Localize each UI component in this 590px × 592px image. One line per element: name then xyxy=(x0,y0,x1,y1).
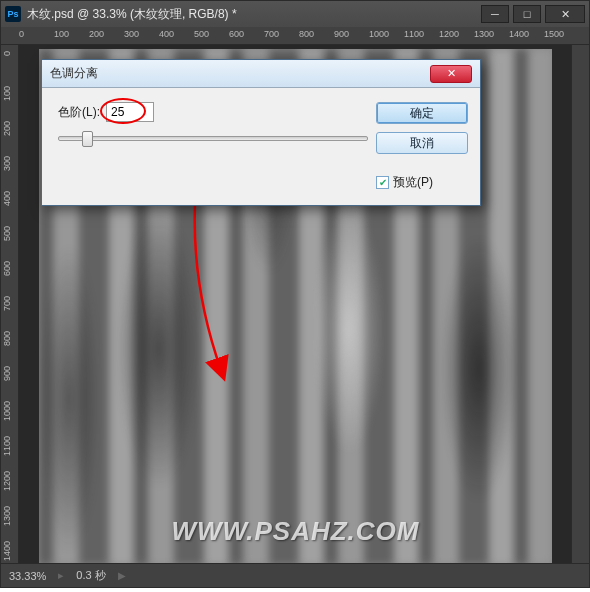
document-title: 木纹.psd @ 33.3% (木纹纹理, RGB/8) * xyxy=(27,6,237,23)
close-window-button[interactable]: ✕ xyxy=(545,5,585,23)
ruler-v-tick: 700 xyxy=(2,296,12,311)
dialog-right-pane: 确定 取消 ✔ 预览(P) xyxy=(376,102,468,191)
levels-slider[interactable] xyxy=(58,130,368,148)
ruler-h-tick: 600 xyxy=(229,29,244,39)
ruler-v-tick: 1200 xyxy=(2,471,12,491)
ruler-h-tick: 200 xyxy=(89,29,104,39)
dialog-left-pane: 色阶(L): xyxy=(58,102,368,191)
status-time: 0.3 秒 xyxy=(76,568,105,583)
ruler-vertical: 0100200300400500600700800900100011001200… xyxy=(1,45,19,565)
minimize-button[interactable]: ─ xyxy=(481,5,509,23)
posterize-dialog: 色调分离 ✕ 色阶(L): 确定 取消 ✔ 预览(P) xyxy=(41,59,481,206)
ruler-v-tick: 1000 xyxy=(2,401,12,421)
ruler-h-tick: 1200 xyxy=(439,29,459,39)
ruler-h-tick: 100 xyxy=(54,29,69,39)
statusbar-separator: ▸ xyxy=(58,569,64,582)
dialog-body: 色阶(L): 确定 取消 ✔ 预览(P) xyxy=(42,88,480,205)
levels-label: 色阶(L): xyxy=(58,104,100,121)
maximize-button[interactable]: □ xyxy=(513,5,541,23)
ruler-horizontal: 0100200300400500600700800900100011001200… xyxy=(1,27,589,45)
window-controls: ─ □ ✕ xyxy=(481,5,585,23)
ruler-h-tick: 1500 xyxy=(544,29,564,39)
app-window: Ps 木纹.psd @ 33.3% (木纹纹理, RGB/8) * ─ □ ✕ … xyxy=(0,0,590,588)
titlebar: Ps 木纹.psd @ 33.3% (木纹纹理, RGB/8) * ─ □ ✕ xyxy=(1,1,589,27)
ok-button[interactable]: 确定 xyxy=(376,102,468,124)
cancel-button[interactable]: 取消 xyxy=(376,132,468,154)
ruler-h-tick: 400 xyxy=(159,29,174,39)
slider-rail xyxy=(58,136,368,141)
dialog-titlebar[interactable]: 色调分离 ✕ xyxy=(42,60,480,88)
ruler-v-tick: 400 xyxy=(2,191,12,206)
ruler-v-tick: 0 xyxy=(2,51,12,56)
ruler-h-tick: 1000 xyxy=(369,29,389,39)
ruler-v-tick: 1300 xyxy=(2,506,12,526)
ruler-v-tick: 300 xyxy=(2,156,12,171)
ruler-h-tick: 700 xyxy=(264,29,279,39)
ruler-h-tick: 1100 xyxy=(404,29,424,39)
levels-input[interactable] xyxy=(106,102,154,122)
ruler-h-tick: 0 xyxy=(19,29,24,39)
ruler-v-tick: 200 xyxy=(2,121,12,136)
ruler-v-tick: 1400 xyxy=(2,541,12,561)
watermark-text: WWW.PSAHZ.COM xyxy=(39,516,552,547)
ruler-v-tick: 100 xyxy=(2,86,12,101)
preview-row: ✔ 预览(P) xyxy=(376,174,468,191)
statusbar: 33.33% ▸ 0.3 秒 ▶ xyxy=(1,563,589,587)
ruler-h-tick: 500 xyxy=(194,29,209,39)
ruler-v-tick: 600 xyxy=(2,261,12,276)
slider-thumb[interactable] xyxy=(82,131,93,147)
statusbar-play-icon[interactable]: ▶ xyxy=(118,570,126,581)
ruler-h-tick: 800 xyxy=(299,29,314,39)
levels-field-row: 色阶(L): xyxy=(58,102,368,122)
ruler-v-tick: 900 xyxy=(2,366,12,381)
ruler-h-tick: 1400 xyxy=(509,29,529,39)
ruler-v-tick: 500 xyxy=(2,226,12,241)
ruler-v-tick: 1100 xyxy=(2,436,12,456)
ruler-h-tick: 1300 xyxy=(474,29,494,39)
app-icon: Ps xyxy=(5,6,21,22)
ruler-v-tick: 800 xyxy=(2,331,12,346)
preview-label: 预览(P) xyxy=(393,174,433,191)
dialog-title: 色调分离 xyxy=(50,65,98,82)
ruler-h-tick: 900 xyxy=(334,29,349,39)
vertical-scrollbar[interactable] xyxy=(571,45,589,563)
ruler-h-tick: 300 xyxy=(124,29,139,39)
preview-checkbox[interactable]: ✔ xyxy=(376,176,389,189)
dialog-close-button[interactable]: ✕ xyxy=(430,65,472,83)
zoom-level[interactable]: 33.33% xyxy=(9,570,46,582)
